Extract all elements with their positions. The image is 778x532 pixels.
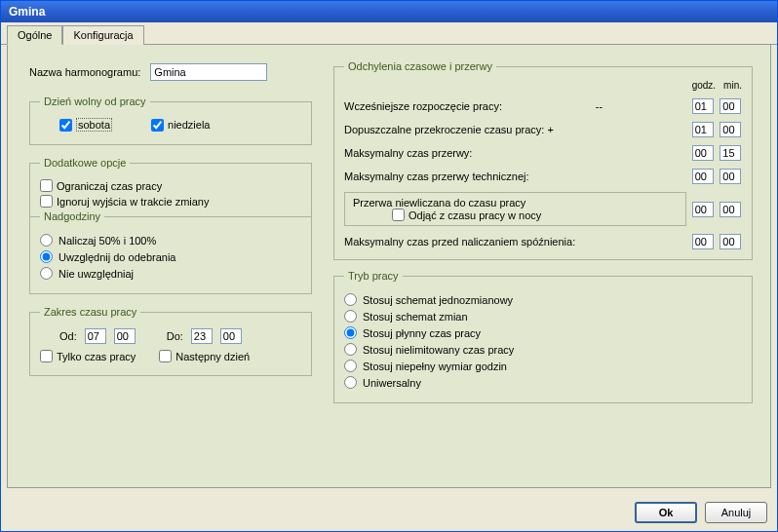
dayoff-saturday-checkbox[interactable] [59, 119, 72, 132]
window-title: Gmina [9, 5, 45, 19]
mode-opt5-radio[interactable] [344, 360, 357, 372]
overtime-opt2[interactable]: Uwzględnij do odebrania [40, 250, 301, 263]
early-h[interactable] [692, 98, 714, 114]
window: Gmina Ogólne Konfiguracja Nazwa harmonog… [0, 0, 778, 532]
overtime-opt1-radio[interactable] [40, 234, 53, 247]
dayoff-saturday-label: sobota [76, 118, 112, 132]
overtime-opt1-label: Naliczaj 50% i 100% [58, 235, 156, 247]
header-minutes: min. [723, 80, 742, 91]
overtime-opt2-radio[interactable] [40, 250, 53, 263]
tech-label: Maksymalny czas przerwy technicznej: [344, 171, 686, 182]
dayoff-legend: Dzień wolny od pracy [40, 95, 150, 107]
workrange-group: Zakres czasu pracy Od: Do: Tylko czas pr… [29, 306, 312, 376]
overtime-opt3-label: Nie uwzględniaj [58, 268, 134, 280]
mode-opt3-label: Stosuj płynny czas pracy [363, 327, 481, 339]
deviations-group: Odchylenia czasowe i przerwy godz. min. … [333, 60, 753, 260]
mode-opt3-radio[interactable] [344, 326, 357, 339]
header-hours: godz. [692, 80, 716, 91]
mode-opt3[interactable]: Stosuj płynny czas pracy [344, 326, 742, 339]
overtime-opt1[interactable]: Naliczaj 50% i 100% [40, 234, 301, 247]
excl-night-checkbox[interactable] [392, 209, 405, 221]
tab-config[interactable]: Konfiguracja [62, 25, 143, 45]
button-bar: Ok Anuluj [1, 494, 777, 531]
mode-opt4-label: Stosuj nielimitowany czas pracy [363, 344, 514, 356]
dayoff-sunday-label: niedziela [168, 119, 210, 131]
overtime-opt3-radio[interactable] [40, 267, 53, 280]
excl-night-label: Odjąć z czasu pracy w nocy [408, 209, 541, 221]
workrange-from-h[interactable] [85, 328, 106, 344]
mode-opt2-radio[interactable] [344, 310, 357, 323]
tab-general[interactable]: Ogólne [7, 25, 62, 45]
right-column: Odchylenia czasowe i przerwy godz. min. … [333, 60, 753, 477]
mode-opt2[interactable]: Stosuj schemat zmian [344, 310, 742, 323]
overtime-opt2-label: Uwzględnij do odebrania [58, 251, 175, 263]
over-m[interactable] [720, 122, 741, 137]
late-m[interactable] [720, 234, 741, 249]
early-m[interactable] [720, 98, 741, 114]
tab-strip: Ogólne Konfiguracja [1, 22, 777, 45]
overtime-legend: Nadgodziny [40, 210, 104, 222]
ignore-exits-checkbox[interactable] [40, 195, 53, 208]
limit-worktime[interactable]: Ograniczaj czas pracy [40, 179, 301, 192]
mode-opt2-label: Stosuj schemat zmian [363, 311, 468, 323]
schedule-name-label: Nazwa harmonogramu: [29, 66, 140, 78]
late-h[interactable] [692, 234, 714, 249]
break-h[interactable] [692, 145, 714, 161]
mode-opt6-radio[interactable] [344, 376, 357, 389]
tab-content: Nazwa harmonogramu: Dzień wolny od pracy… [7, 45, 771, 488]
dayoff-group: Dzień wolny od pracy sobota niedziela [29, 95, 312, 145]
break-label: Maksymalny czas przerwy: [344, 147, 686, 159]
extra-options-legend: Dodatkowe opcje [40, 157, 130, 169]
excluded-break-group: Przerwa niewliczana do czasu pracy Odjąć… [344, 192, 686, 226]
only-worktime-label: Tylko czas pracy [57, 351, 136, 362]
workrange-to-m[interactable] [220, 328, 242, 344]
workrange-to-h[interactable] [191, 328, 213, 344]
ignore-exits[interactable]: Ignoruj wyjścia w trakcie zmiany [40, 195, 301, 208]
ignore-exits-label: Ignoruj wyjścia w trakcie zmiany [57, 196, 210, 208]
next-day-checkbox[interactable] [159, 350, 172, 362]
excl-label: Przerwa niewliczana do czasu pracy [353, 197, 678, 209]
dayoff-saturday[interactable]: sobota [59, 118, 112, 132]
next-day[interactable]: Następny dzień [159, 350, 250, 362]
mode-opt1-label: Stosuj schemat jednozmianowy [363, 294, 513, 306]
mode-opt1-radio[interactable] [344, 293, 357, 306]
break-m[interactable] [720, 145, 741, 161]
tech-h[interactable] [692, 169, 714, 184]
workrange-from-m[interactable] [114, 328, 136, 344]
over-h[interactable] [692, 122, 714, 137]
mode-opt4-radio[interactable] [344, 343, 357, 356]
cancel-button[interactable]: Anuluj [705, 502, 767, 523]
mode-opt4[interactable]: Stosuj nielimitowany czas pracy [344, 343, 742, 356]
excl-m[interactable] [720, 202, 741, 217]
schedule-name-input[interactable] [150, 63, 267, 81]
mode-opt6[interactable]: Uniwersalny [344, 376, 742, 389]
overtime-group: Nadgodziny Naliczaj 50% i 100% Uwzględni… [30, 210, 311, 293]
workmode-legend: Tryb pracy [344, 270, 403, 282]
limit-worktime-label: Ograniczaj czas pracy [57, 180, 162, 192]
workrange-from-label: Od: [59, 330, 77, 342]
early-sign: -- [505, 100, 603, 112]
dayoff-sunday[interactable]: niedziela [151, 119, 210, 132]
only-worktime-checkbox[interactable] [40, 350, 53, 362]
over-label: Dopuszczalne przekroczenie czasu pracy: [344, 124, 544, 135]
mode-opt1[interactable]: Stosuj schemat jednozmianowy [344, 293, 742, 306]
late-label: Maksymalny czas przed naliczaniem spóźni… [344, 236, 686, 247]
mode-opt5-label: Stosuj niepełny wymiar godzin [363, 361, 507, 372]
next-day-label: Następny dzień [175, 351, 250, 362]
workmode-group: Tryb pracy Stosuj schemat jednozmianowy … [333, 270, 753, 403]
over-sign: + [548, 124, 554, 135]
tech-m[interactable] [720, 169, 741, 184]
early-label: Wcześniejsze rozpoczęcie pracy: [344, 100, 502, 112]
dayoff-sunday-checkbox[interactable] [151, 119, 164, 132]
titlebar: Gmina [1, 1, 777, 22]
overtime-opt3[interactable]: Nie uwzględniaj [40, 267, 301, 280]
mode-opt6-label: Uniwersalny [363, 377, 421, 389]
excl-h[interactable] [692, 202, 714, 217]
schedule-name-row: Nazwa harmonogramu: [29, 63, 312, 81]
left-column: Nazwa harmonogramu: Dzień wolny od pracy… [29, 60, 312, 477]
only-worktime[interactable]: Tylko czas pracy [40, 350, 136, 362]
excl-night[interactable]: Odjąć z czasu pracy w nocy [353, 209, 678, 221]
ok-button[interactable]: Ok [635, 502, 697, 523]
mode-opt5[interactable]: Stosuj niepełny wymiar godzin [344, 360, 742, 372]
limit-worktime-checkbox[interactable] [40, 179, 53, 192]
